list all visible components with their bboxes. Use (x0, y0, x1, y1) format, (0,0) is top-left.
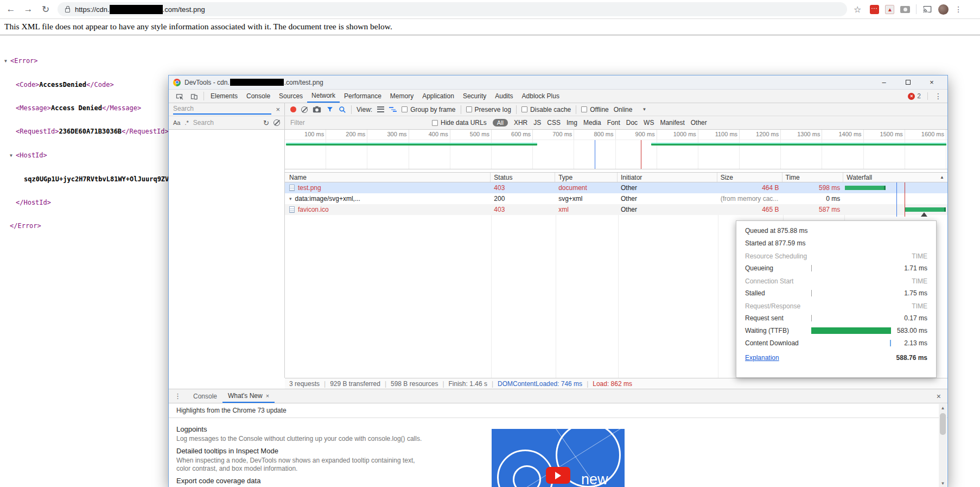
hide-data-urls-checkbox[interactable]: Hide data URLs (432, 119, 487, 127)
maximize-button[interactable] (904, 78, 912, 86)
filter-pill-other[interactable]: Other (691, 119, 707, 127)
checkbox-icon[interactable] (466, 106, 472, 112)
back-icon[interactable]: ← (5, 4, 16, 15)
browser-menu-icon[interactable]: ⋮ (954, 5, 962, 14)
checkbox-icon[interactable] (521, 106, 527, 112)
devtools-menu-icon[interactable]: ⋮ (934, 92, 942, 100)
request-initiator[interactable]: Other (618, 193, 717, 204)
youtube-play-icon[interactable] (546, 467, 570, 484)
scroll-down-icon[interactable]: ▼ (939, 479, 947, 487)
column-header-initiator[interactable]: Initiator (618, 173, 717, 182)
tab-memory[interactable]: Memory (386, 90, 418, 103)
request-name[interactable]: test.png (285, 182, 491, 193)
filter-pill-font[interactable]: Font (607, 119, 620, 127)
filter-pill-xhr[interactable]: XHR (514, 119, 527, 127)
minimize-button[interactable]: – (880, 78, 888, 86)
adobe-extension-icon[interactable]: ▲ (885, 5, 894, 14)
request-waterfall[interactable] (843, 193, 947, 204)
table-row[interactable]: favicon.ico 403 xml Other 465 B 587 ms (285, 204, 947, 215)
drawer-tab-console[interactable]: Console (188, 389, 222, 403)
filter-pill-ws[interactable]: WS (644, 119, 654, 127)
request-name[interactable]: ▾data:image/svg+xml,... (285, 193, 491, 204)
request-waterfall[interactable] (843, 182, 947, 193)
throttling-dropdown[interactable]: Online ▼ (614, 106, 647, 113)
explanation-link[interactable]: Explanation (745, 354, 779, 362)
filter-funnel-icon[interactable] (326, 106, 334, 113)
screenshot-capture-icon[interactable] (313, 106, 321, 113)
inspect-element-icon[interactable] (172, 90, 187, 103)
column-header-status[interactable]: Status (491, 173, 555, 182)
expand-caret-icon[interactable]: ▾ (289, 196, 292, 201)
column-header-time[interactable]: Time (782, 173, 844, 182)
url-text[interactable]: https://cdn..com/test.png (75, 5, 205, 14)
drawer-close-icon[interactable]: × (937, 389, 941, 403)
xml-line-hostid-open[interactable]: ▼<HostId> (4, 151, 181, 160)
request-initiator[interactable]: Other (618, 182, 717, 193)
offline-checkbox[interactable]: Offline (581, 106, 608, 113)
filter-pill-doc[interactable]: Doc (626, 119, 638, 127)
checkbox-icon[interactable] (581, 106, 587, 112)
view-waterfall-icon[interactable] (389, 106, 397, 112)
filter-pill-css[interactable]: CSS (547, 119, 561, 127)
drawer-scrollbar[interactable]: ▲ ▼ (939, 404, 947, 487)
password-extension-icon[interactable]: ··· (870, 5, 879, 14)
camera-extension-icon[interactable] (900, 6, 910, 13)
clear-requests-icon[interactable] (301, 106, 308, 113)
filter-pill-media[interactable]: Media (583, 119, 601, 127)
group-by-frame-checkbox[interactable]: Group by frame (402, 106, 455, 113)
table-row[interactable]: ▾data:image/svg+xml,... 200 svg+xml Othe… (285, 193, 947, 204)
checkbox-icon[interactable] (432, 120, 438, 126)
reload-icon[interactable]: ↻ (40, 4, 51, 15)
view-list-icon[interactable] (377, 106, 384, 112)
xml-line-error-open[interactable]: ▼<Error> (4, 57, 181, 65)
column-header-size[interactable]: Size (717, 173, 782, 182)
checkbox-icon[interactable] (402, 106, 408, 112)
preserve-log-checkbox[interactable]: Preserve log (466, 106, 511, 113)
address-bar[interactable]: https://cdn..com/test.png (58, 2, 847, 16)
column-header-waterfall[interactable]: Waterfall ▲ (843, 173, 947, 182)
column-header-name[interactable]: Name (285, 173, 491, 182)
table-row[interactable]: test.png 403 document Other 464 B 598 ms (285, 182, 947, 193)
search-magnifier-icon[interactable] (339, 106, 346, 113)
drawer-menu-icon[interactable]: ⋮ (174, 389, 188, 403)
scrollbar-thumb[interactable] (940, 413, 946, 435)
request-name[interactable]: favicon.ico (285, 204, 491, 215)
bookmark-star-icon[interactable]: ☆ (854, 4, 861, 15)
tab-network[interactable]: Network (307, 90, 340, 103)
network-overview[interactable] (285, 140, 947, 169)
tab-performance[interactable]: Performance (340, 90, 386, 103)
tab-console[interactable]: Console (242, 90, 275, 103)
drawer-tab-whats-new[interactable]: What's New × (222, 389, 275, 403)
record-button[interactable] (290, 106, 296, 112)
disable-cache-checkbox[interactable]: Disable cache (521, 106, 571, 113)
tab-security[interactable]: Security (459, 90, 491, 103)
tab-adblock-plus[interactable]: Adblock Plus (518, 90, 564, 103)
forward-icon[interactable]: → (23, 4, 34, 15)
tab-sources[interactable]: Sources (275, 90, 307, 103)
error-count-badge[interactable]: × 2 (908, 92, 921, 100)
whats-new-video-thumbnail[interactable]: new (492, 429, 625, 487)
devtools-titlebar[interactable]: DevTools - cdn..com/test.png – × (169, 75, 947, 90)
regex-toggle[interactable]: .* (184, 119, 188, 126)
refresh-icon[interactable]: ↻ (263, 119, 269, 127)
search-input-secondary[interactable]: Search (193, 119, 259, 127)
request-initiator[interactable]: Other (618, 204, 717, 215)
tab-elements[interactable]: Elements (206, 90, 242, 103)
close-button[interactable]: × (928, 78, 936, 86)
clear-search-icon[interactable] (273, 119, 280, 126)
cast-icon[interactable] (922, 5, 932, 14)
device-toolbar-icon[interactable] (187, 90, 201, 103)
profile-avatar[interactable] (938, 4, 949, 15)
scroll-up-icon[interactable]: ▲ (939, 404, 947, 412)
match-case-toggle[interactable]: Aa (173, 119, 180, 126)
tab-close-icon[interactable]: × (266, 393, 269, 399)
filter-pill-manifest[interactable]: Manifest (660, 119, 684, 127)
request-waterfall[interactable] (843, 204, 947, 215)
filter-input[interactable]: Filter (290, 119, 426, 127)
tab-application[interactable]: Application (418, 90, 459, 103)
search-close-icon[interactable]: × (276, 105, 280, 113)
column-header-type[interactable]: Type (555, 173, 618, 182)
filter-pill-img[interactable]: Img (567, 119, 577, 127)
filter-pill-js[interactable]: JS (533, 119, 541, 127)
search-input[interactable]: Search (173, 105, 271, 115)
